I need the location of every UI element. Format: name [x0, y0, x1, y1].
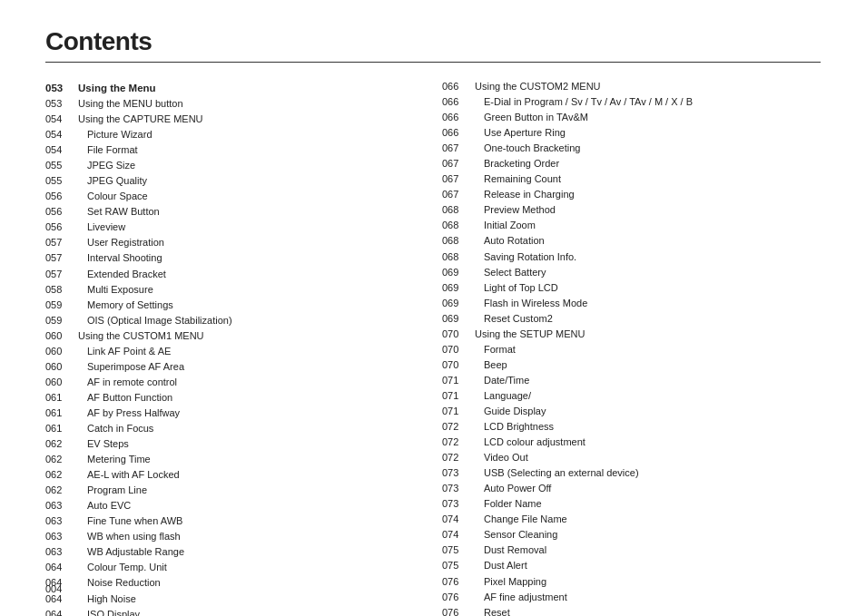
- list-item: 068Auto Rotation: [442, 233, 821, 249]
- entry-page-num: 060: [45, 328, 71, 344]
- list-item: 064ISO Display: [45, 607, 415, 616]
- list-item: 054Using the CAPTURE MENU: [45, 112, 415, 127]
- entry-page-num: 068: [442, 249, 467, 265]
- entry-page-num: 073: [442, 481, 467, 496]
- list-item: 073USB (Selecting an external device): [442, 465, 821, 481]
- list-item: 063Auto EVC: [45, 498, 415, 513]
- entry-text: Date/Time: [475, 373, 529, 388]
- list-item: 059OIS (Optical Image Stabilization): [45, 313, 415, 328]
- list-item: 056Colour Space: [45, 189, 415, 204]
- entry-text: One-touch Bracketing: [475, 141, 580, 156]
- entry-text: OIS (Optical Image Stabilization): [78, 313, 232, 328]
- entry-text: User Registration: [78, 235, 164, 250]
- entry-text: E-Dial in Program / Sv / Tv / Av / TAv /…: [475, 94, 693, 110]
- entry-text: Superimpose AF Area: [78, 359, 184, 375]
- list-item: 075Dust Removal: [442, 543, 821, 558]
- list-item: 067One-touch Bracketing: [442, 141, 821, 156]
- entry-text: Multi Exposure: [78, 282, 153, 298]
- entry-text: Video Out: [475, 450, 528, 465]
- list-item: 063WB when using flash: [45, 529, 415, 544]
- list-item: 056Set RAW Button: [45, 204, 415, 220]
- entry-page-num: 060: [45, 344, 71, 359]
- entry-page-num: 072: [442, 419, 467, 435]
- entry-text: Dust Alert: [475, 558, 527, 573]
- entry-text: Using the CUSTOM1 MENU: [78, 328, 204, 344]
- page-title: Contents: [45, 27, 821, 56]
- entry-text: Select Battery: [475, 265, 546, 280]
- entry-page-num: 064: [45, 560, 71, 575]
- list-item: 054Picture Wizard: [45, 127, 415, 142]
- entry-page-num: 055: [45, 173, 71, 189]
- entry-text: Guide Display: [475, 404, 546, 419]
- list-item: 072LCD Brightness: [442, 419, 821, 435]
- list-item: 057Interval Shooting: [45, 250, 415, 266]
- entry-page-num: 071: [442, 404, 467, 419]
- title-divider: [45, 62, 821, 63]
- entry-text: Catch in Focus: [78, 421, 153, 436]
- list-item: 059Memory of Settings: [45, 298, 415, 313]
- entry-text: Remaining Count: [475, 171, 561, 187]
- list-item: 061AF by Press Halfway: [45, 406, 415, 421]
- entry-page-num: 054: [45, 127, 71, 142]
- entry-page-num: 073: [442, 496, 467, 512]
- entry-text: Using the CAPTURE MENU: [78, 112, 203, 127]
- list-item: 070Beep: [442, 357, 821, 373]
- entry-text: Fine Tune when AWB: [78, 513, 182, 529]
- list-item: 061AF Button Function: [45, 390, 415, 406]
- section-title: Using the Menu: [78, 83, 156, 93]
- footer-page-number: 004: [45, 583, 62, 594]
- entry-page-num: 069: [442, 311, 467, 327]
- entry-text: ISO Display: [78, 607, 140, 616]
- list-item: 064High Noise: [45, 592, 415, 607]
- entry-text: Using the CUSTOM2 MENU: [475, 79, 601, 94]
- list-item: 076Pixel Mapping: [442, 574, 821, 590]
- list-item: 057User Registration: [45, 235, 415, 250]
- entry-page-num: 062: [45, 452, 71, 467]
- entry-text: Beep: [475, 357, 507, 373]
- entry-page-num: 056: [45, 204, 71, 220]
- entry-text: WB when using flash: [78, 529, 181, 544]
- list-item: 062AE-L with AF Locked: [45, 467, 415, 483]
- entry-text: Noise Reduction: [78, 575, 161, 591]
- entry-text: Auto Rotation: [475, 233, 545, 249]
- entry-text: AF fine adjustment: [475, 590, 567, 605]
- list-item: 074Sensor Cleaning: [442, 527, 821, 543]
- entry-page-num: 062: [45, 436, 71, 452]
- entry-page-num: 060: [45, 375, 71, 390]
- entry-page-num: 061: [45, 421, 71, 436]
- entry-text: Sensor Cleaning: [475, 527, 557, 543]
- list-item: 072LCD colour adjustment: [442, 435, 821, 450]
- entry-text: Change File Name: [475, 512, 567, 527]
- entry-page-num: 057: [45, 267, 71, 282]
- left-column: 053Using the Menu053Using the MENU butto…: [45, 79, 433, 616]
- entry-text: File Format: [78, 142, 138, 158]
- entry-text: Program Line: [78, 483, 147, 498]
- entry-page-num: 069: [442, 296, 467, 311]
- entry-page-num: 063: [45, 498, 71, 513]
- entry-page-num: 062: [45, 483, 71, 498]
- list-item: 056Liveview: [45, 220, 415, 235]
- list-item: 069Flash in Wireless Mode: [442, 296, 821, 311]
- entry-page-num: 056: [45, 189, 71, 204]
- entry-text: Reset Custom2: [475, 311, 553, 327]
- entry-text: Set RAW Button: [78, 204, 160, 220]
- entry-text: Preview Method: [475, 202, 556, 218]
- list-item: 066E-Dial in Program / Sv / Tv / Av / TA…: [442, 94, 821, 110]
- entry-text: LCD Brightness: [475, 419, 554, 435]
- list-item: 060AF in remote control: [45, 375, 415, 390]
- list-item: 058Multi Exposure: [45, 282, 415, 298]
- list-item: 060Using the CUSTOM1 MENU: [45, 328, 415, 344]
- entry-page-num: 061: [45, 390, 71, 406]
- entry-page-num: 066: [442, 94, 467, 110]
- entry-text: WB Adjustable Range: [78, 544, 184, 560]
- list-item: 067Remaining Count: [442, 171, 821, 187]
- entry-text: JPEG Size: [78, 158, 135, 173]
- entry-page-num: 063: [45, 544, 71, 560]
- entry-page-num: 062: [45, 467, 71, 483]
- entry-text: Metering Time: [78, 452, 151, 467]
- entry-text: Format: [475, 342, 516, 357]
- entry-text: High Noise: [78, 592, 136, 607]
- entry-page-num: 068: [442, 233, 467, 249]
- list-item: 062Metering Time: [45, 452, 415, 467]
- entry-text: Folder Name: [475, 496, 542, 512]
